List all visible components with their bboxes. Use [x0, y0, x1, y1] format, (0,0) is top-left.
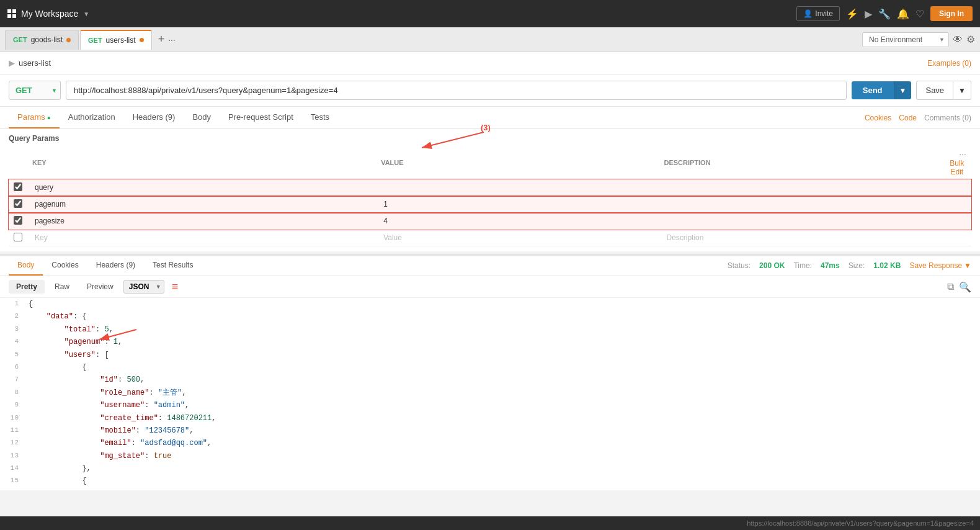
- json-line-15: 15 {: [9, 475, 971, 487]
- placeholder-desc-input[interactable]: [664, 232, 937, 243]
- row1-checkbox[interactable]: [14, 182, 22, 191]
- tab-method-get: GET: [13, 36, 27, 43]
- request-tab-nav-right: Cookies Code Comments (0): [865, 114, 971, 122]
- invite-label: Invite: [815, 9, 833, 18]
- tab-goods-list-label: goods-list: [31, 35, 63, 44]
- format-tab-raw[interactable]: Raw: [47, 280, 77, 294]
- method-select-wrap: GET POST PUT DELETE ▼: [9, 81, 61, 100]
- json-line-6: 6 {: [9, 361, 971, 374]
- send-dropdown-button[interactable]: ▼: [894, 81, 912, 99]
- line-num: 8: [9, 387, 29, 399]
- row1-key-input[interactable]: [32, 182, 371, 193]
- row3-desc-input[interactable]: [664, 215, 937, 227]
- response-tab-headers[interactable]: Headers (9): [87, 256, 144, 276]
- line-num: 11: [9, 424, 29, 437]
- format-select[interactable]: JSON XML HTML Text: [123, 280, 164, 294]
- size-value: 1.02 KB: [873, 261, 901, 270]
- save-response-button[interactable]: Save Response ▼: [909, 261, 971, 270]
- bulk-edit-button[interactable]: Bulk Edit: [948, 159, 966, 176]
- env-selector-wrap: No Environment ▼: [862, 32, 949, 47]
- response-tab-body[interactable]: Body: [9, 256, 43, 276]
- method-select[interactable]: GET POST PUT DELETE: [9, 81, 61, 100]
- row3-key-input[interactable]: [32, 215, 371, 227]
- add-tab-button[interactable]: +: [158, 33, 165, 46]
- status-value: 200 OK: [759, 261, 785, 270]
- copy-icon[interactable]: ⧉: [947, 281, 954, 293]
- topbar: My Workspace ▼ 👤 Invite ⚡ ▶ 🔧 🔔 ♡ Sign I…: [0, 0, 980, 27]
- request-name: users-list: [19, 58, 51, 68]
- runner-icon[interactable]: ▶: [865, 8, 872, 20]
- row1-desc-input[interactable]: [664, 182, 937, 193]
- statusbar: https://localhost:8888/api/private/v1/us…: [0, 516, 980, 530]
- json-line-9: 9 "username": "admin",: [9, 399, 971, 411]
- env-gear-button[interactable]: ⚙: [966, 34, 975, 45]
- format-tab-preview[interactable]: Preview: [79, 280, 121, 294]
- heart-icon[interactable]: ♡: [915, 8, 924, 20]
- code-link[interactable]: Code: [899, 114, 917, 122]
- send-button[interactable]: Send: [852, 81, 894, 99]
- json-line-1: 1 {: [9, 298, 971, 310]
- response-tab-testresults[interactable]: Test Results: [144, 256, 202, 276]
- row2-desc-cell: [659, 196, 942, 213]
- placeholder-desc-cell: [659, 230, 942, 246]
- line-num: 5: [9, 349, 29, 361]
- row1-desc-cell: [659, 179, 942, 196]
- table-row: [9, 196, 971, 213]
- bell-icon[interactable]: 🔔: [897, 8, 909, 20]
- cookies-link[interactable]: Cookies: [865, 114, 891, 122]
- row1-value-input[interactable]: [381, 182, 654, 193]
- placeholder-key-input[interactable]: [32, 232, 371, 243]
- json-line-5: 5 "users": [: [9, 349, 971, 361]
- row2-checkbox[interactable]: [14, 199, 22, 208]
- url-input[interactable]: [66, 81, 847, 100]
- more-tabs-button[interactable]: ···: [168, 35, 176, 45]
- placeholder-value-input[interactable]: [381, 232, 654, 243]
- tab-nav-body[interactable]: Body: [184, 107, 220, 128]
- tab-nav-params[interactable]: Params●: [9, 107, 60, 128]
- params-check-header: [9, 146, 27, 179]
- placeholder-checkbox[interactable]: [14, 233, 22, 241]
- tab-users-list[interactable]: GET users-list: [80, 30, 152, 50]
- line-num: 9: [9, 399, 29, 411]
- env-select[interactable]: No Environment: [862, 32, 949, 47]
- tab-users-list-label: users-list: [106, 36, 136, 45]
- wrench-icon[interactable]: 🔧: [878, 8, 891, 20]
- row2-desc-input[interactable]: [664, 199, 937, 210]
- statusbar-url: https://localhost:8888/api/private/v1/us…: [747, 519, 974, 527]
- json-line-14: 14 },: [9, 462, 971, 475]
- grid-icon: [7, 9, 16, 18]
- response-tab-cookies[interactable]: Cookies: [43, 256, 87, 276]
- row2-value-input[interactable]: [381, 199, 654, 210]
- tab-nav-prerequest[interactable]: Pre-request Script: [220, 107, 302, 128]
- flash-icon[interactable]: ⚡: [846, 8, 858, 20]
- row3-checkbox[interactable]: [14, 216, 22, 225]
- wrap-icon[interactable]: ≡: [172, 281, 179, 294]
- tab-goods-list[interactable]: GET goods-list: [5, 30, 79, 50]
- workspace-dropdown-arrow[interactable]: ▼: [83, 11, 89, 17]
- signin-button[interactable]: Sign In: [930, 6, 973, 21]
- env-eye-button[interactable]: 👁: [953, 34, 963, 45]
- time-value: 47ms: [821, 261, 840, 270]
- request-name-bar: ▶ users-list Examples (0): [0, 52, 980, 74]
- row2-key-input[interactable]: [32, 199, 371, 210]
- url-bar: GET POST PUT DELETE ▼ Send ▼ Save ▼: [0, 74, 980, 107]
- line-num: 14: [9, 462, 29, 475]
- tab-goods-list-dot: [66, 38, 71, 42]
- invite-button[interactable]: 👤 Invite: [796, 6, 840, 21]
- save-dropdown-button[interactable]: ▼: [953, 81, 971, 100]
- tab-nav-tests[interactable]: Tests: [302, 107, 338, 128]
- row1-check-cell: [9, 179, 27, 196]
- comments-link[interactable]: Comments (0): [924, 114, 971, 122]
- search-icon[interactable]: 🔍: [959, 281, 971, 293]
- params-key-header: KEY: [27, 146, 376, 179]
- params-more-button[interactable]: ···: [959, 149, 966, 159]
- response-tabs-bar: Body Cookies Headers (9) Test Results St…: [0, 256, 980, 276]
- format-tab-pretty[interactable]: Pretty: [9, 280, 45, 294]
- save-button[interactable]: Save: [916, 81, 953, 100]
- examples-link[interactable]: Examples (0): [927, 59, 971, 68]
- tab-nav-headers[interactable]: Headers (9): [124, 107, 184, 128]
- json-body[interactable]: 1 { 2 "data": { 3 "total": 5, 4 "pagenum…: [0, 298, 980, 490]
- row3-value-input[interactable]: [381, 215, 654, 227]
- tab-nav-authorization[interactable]: Authorization: [60, 107, 124, 128]
- request-collapse-arrow[interactable]: ▶: [9, 58, 15, 68]
